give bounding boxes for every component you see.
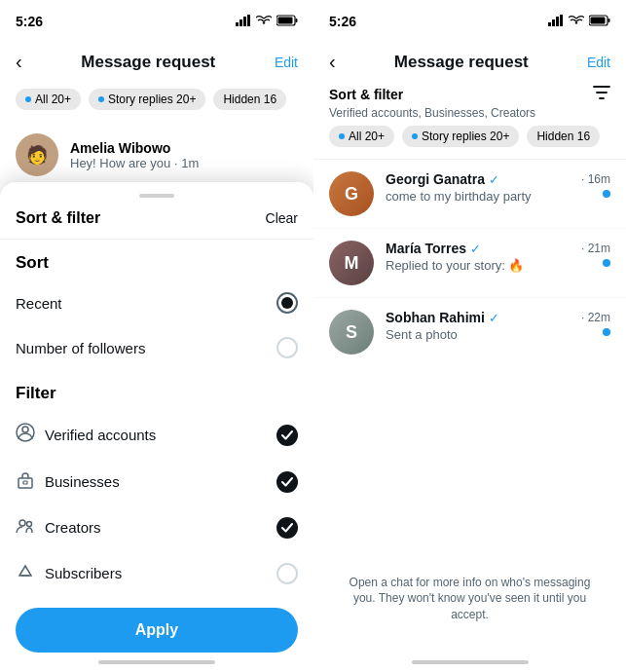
bottom-hint: Open a chat for more info on who's messa…	[313, 575, 626, 623]
creators-icon	[16, 516, 35, 539]
right-chip-hidden-label: Hidden 16	[536, 130, 590, 143]
left-back-button[interactable]: ‹	[16, 51, 22, 73]
filter-description: Verified accounts, Businesses, Creators	[329, 106, 610, 120]
right-chip-story-label: Story replies 20+	[422, 130, 509, 143]
right-chip-all[interactable]: All 20+	[329, 126, 394, 147]
msg-text-2: Replied to your story: 🔥	[386, 258, 610, 273]
right-chip-dot	[339, 133, 345, 139]
svg-rect-0	[236, 22, 239, 26]
right-status-bar: 5:26	[313, 0, 626, 43]
right-chips: All 20+ Story replies 20+ Hidden 16	[329, 126, 610, 157]
filter-creators-checkbox[interactable]	[276, 517, 298, 539]
message-item-1[interactable]: G Georgi Ganatra ✓ · 16m come to my birt…	[313, 160, 626, 229]
avatar-sobhan: S	[329, 310, 374, 355]
left-chip-all[interactable]: All 20+	[16, 89, 81, 110]
sort-recent-row[interactable]: Recent	[0, 280, 313, 325]
msg-time-3: · 22m	[581, 311, 610, 324]
svg-rect-18	[591, 18, 606, 24]
left-chip-all-label: All 20+	[35, 93, 71, 106]
bottom-sheet: Sort & filter Clear Sort Recent Number o…	[0, 182, 313, 672]
preview-text: Hey! How are you · 1m	[70, 156, 199, 170]
sheet-handle	[139, 194, 174, 198]
sort-recent-radio[interactable]	[276, 292, 298, 314]
businesses-icon	[16, 470, 35, 493]
sort-followers-radio[interactable]	[276, 337, 298, 358]
left-status-bar: 5:26	[0, 0, 313, 43]
sort-section-title: Sort	[0, 240, 313, 280]
filter-verified-row[interactable]: Verified accounts	[0, 411, 313, 459]
svg-rect-10	[23, 481, 27, 484]
clear-button[interactable]: Clear	[266, 210, 298, 226]
left-header: ‹ Message request Edit	[0, 43, 313, 81]
signal-icon	[236, 13, 251, 30]
verified-icon	[16, 423, 35, 447]
battery-icon	[276, 13, 298, 30]
msg-time-1: · 16m	[581, 172, 610, 186]
right-chip-hidden[interactable]: Hidden 16	[527, 126, 600, 147]
message-list: G Georgi Ganatra ✓ · 16m come to my birt…	[313, 160, 626, 366]
filter-subscribers-checkbox[interactable]	[276, 563, 298, 584]
right-header: ‹ Message request Edit	[313, 43, 626, 81]
preview-name: Amelia Wibowo	[70, 140, 199, 156]
home-indicator-right	[412, 660, 529, 664]
svg-rect-9	[18, 478, 32, 488]
right-filter-icon[interactable]	[593, 85, 610, 104]
filter-subscribers-row[interactable]: Subscribers	[0, 550, 313, 596]
right-time: 5:26	[329, 14, 356, 29]
chip-dot	[98, 96, 104, 102]
svg-point-8	[22, 427, 28, 432]
avatar-maria: M	[329, 241, 374, 285]
sort-recent-radio-inner	[281, 297, 293, 309]
right-chip-story[interactable]: Story replies 20+	[402, 126, 519, 147]
filter-verified-checkbox[interactable]	[276, 425, 298, 446]
svg-rect-6	[296, 19, 298, 22]
filter-businesses-checkbox[interactable]	[276, 471, 298, 493]
message-item-3[interactable]: S Sobhan Rahimi ✓ · 22m Sent a photo	[313, 298, 626, 366]
left-chip-hidden[interactable]: Hidden 16	[213, 89, 286, 110]
svg-rect-3	[247, 15, 250, 26]
sort-followers-label: Number of followers	[16, 340, 145, 356]
svg-rect-19	[608, 19, 610, 22]
svg-rect-13	[548, 22, 551, 26]
right-status-icons	[548, 13, 610, 30]
svg-point-11	[19, 520, 25, 526]
filter-businesses-label: Businesses	[16, 470, 120, 493]
svg-rect-2	[243, 17, 246, 26]
chip-dot	[25, 96, 31, 102]
msg-content-3: Sobhan Rahimi ✓ · 22m Sent a photo	[386, 310, 610, 342]
msg-content-1: Georgi Ganatra ✓ · 16m come to my birthd…	[386, 171, 610, 204]
message-preview[interactable]: 🧑 Amelia Wibowo Hey! How are you · 1m	[0, 122, 313, 188]
msg-name-1: Georgi Ganatra	[386, 171, 485, 187]
verified-badge-2: ✓	[470, 242, 481, 256]
msg-content-2: María Torres ✓ · 21m Replied to your sto…	[386, 241, 610, 273]
left-chip-story-label: Story replies 20+	[108, 93, 196, 106]
right-header-title: Message request	[394, 53, 529, 72]
right-panel: 5:26 ‹ Message request Edit Sort & filte…	[313, 0, 626, 672]
filter-subscribers-label: Subscribers	[16, 562, 122, 584]
sheet-header: Sort & filter Clear	[0, 205, 313, 240]
right-wifi-icon	[569, 13, 584, 30]
right-battery-icon	[589, 13, 610, 30]
avatar-georgi: G	[329, 171, 374, 216]
sheet-title: Sort & filter	[16, 209, 100, 227]
right-chip-dot	[412, 133, 418, 139]
filter-businesses-row[interactable]: Businesses	[0, 459, 313, 504]
left-chips: All 20+ Story replies 20+ Hidden 16	[0, 81, 313, 122]
sort-recent-label: Recent	[16, 295, 62, 312]
apply-button[interactable]: Apply	[16, 608, 298, 653]
right-edit-button[interactable]: Edit	[587, 55, 610, 70]
unread-dot-1	[603, 190, 610, 198]
right-back-button[interactable]: ‹	[329, 51, 336, 73]
filter-creators-row[interactable]: Creators	[0, 504, 313, 550]
left-chip-story[interactable]: Story replies 20+	[89, 89, 205, 110]
preview-avatar: 🧑	[16, 133, 58, 176]
left-status-icons	[236, 13, 298, 30]
svg-rect-15	[556, 17, 559, 26]
message-item-2[interactable]: M María Torres ✓ · 21m Replied to your s…	[313, 229, 626, 298]
msg-name-3: Sobhan Rahimi	[386, 310, 485, 325]
sort-followers-row[interactable]: Number of followers	[0, 325, 313, 370]
right-filter-bar: Sort & filter Verified accounts, Busines…	[313, 81, 626, 160]
msg-text-3: Sent a photo	[386, 327, 610, 342]
right-chip-all-label: All 20+	[349, 130, 385, 143]
left-edit-button[interactable]: Edit	[275, 55, 298, 70]
